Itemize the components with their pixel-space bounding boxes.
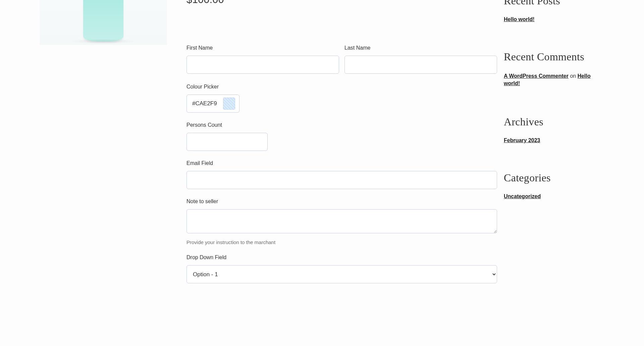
last-name-input[interactable] [344, 56, 497, 74]
email-field-label: Email Field [186, 160, 497, 166]
note-to-seller-label: Note to seller [186, 198, 497, 205]
note-to-seller-input[interactable] [186, 209, 497, 233]
product-price: $100.00 [186, 0, 497, 5]
dropdown-label: Drop Down Field [186, 254, 497, 261]
colour-picker[interactable]: #CAE2F9 [186, 95, 239, 113]
colour-picker-label: Colour Picker [186, 84, 497, 90]
recent-comments-heading: Recent Comments [504, 51, 604, 63]
last-name-label: Last Name [344, 45, 497, 51]
persons-count-label: Persons Count [186, 122, 497, 128]
cup-shadow [70, 39, 137, 44]
categories-heading: Categories [504, 172, 604, 184]
first-name-label: First Name [186, 45, 339, 51]
widget-recent-posts: Recent Posts Hello world! [504, 0, 604, 22]
comment-author-link[interactable]: A WordPress Commenter [504, 73, 569, 79]
widget-categories: Categories Uncategorized [504, 172, 604, 199]
first-name-input[interactable] [186, 56, 339, 74]
colour-swatch[interactable] [223, 98, 235, 110]
archives-heading: Archives [504, 116, 604, 128]
dropdown-field[interactable]: Option - 1 [186, 265, 497, 283]
persons-count-input[interactable] [186, 133, 268, 151]
cup-illustration [83, 0, 123, 42]
widget-archives: Archives February 2023 [504, 116, 604, 143]
recent-posts-heading: Recent Posts [504, 0, 604, 7]
email-field-input[interactable] [186, 171, 497, 189]
category-link[interactable]: Uncategorized [504, 193, 541, 199]
archive-link[interactable]: February 2023 [504, 137, 540, 143]
comment-on-text: on [569, 73, 578, 79]
recent-post-link[interactable]: Hello world! [504, 16, 535, 22]
note-helper-text: Provide your instruction to the marchant [186, 239, 497, 245]
colour-value: #CAE2F9 [192, 100, 217, 107]
widget-recent-comments: Recent Comments A WordPress Commenter on… [504, 51, 604, 88]
product-image[interactable] [40, 0, 167, 45]
